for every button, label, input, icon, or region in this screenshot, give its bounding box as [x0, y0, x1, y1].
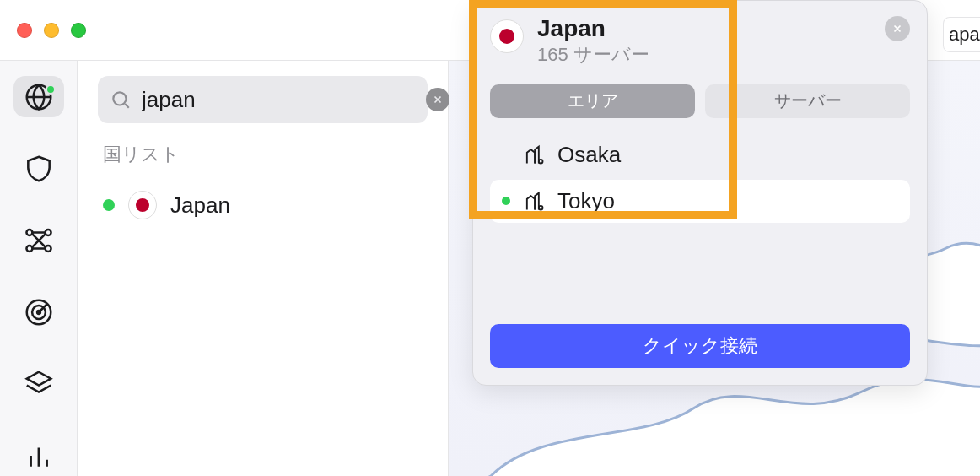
popover-header: Japan 165 サーバー: [490, 16, 910, 68]
country-list-label: 国リスト: [98, 142, 428, 167]
nav-mesh[interactable]: [13, 219, 64, 261]
area-row-tokyo[interactable]: Tokyo: [490, 180, 910, 223]
country-status-dot: [103, 199, 115, 211]
nav-radar[interactable]: [13, 291, 64, 333]
nav-layers[interactable]: [13, 363, 64, 404]
svg-point-8: [113, 92, 126, 105]
nav-shield[interactable]: [13, 148, 64, 189]
country-name-label: Japan: [170, 192, 230, 219]
close-icon: [891, 23, 903, 35]
area-status-dot: [502, 150, 510, 159]
popover-tabs: エリア サーバー: [490, 84, 910, 118]
mesh-icon: [23, 224, 55, 257]
tab-area[interactable]: エリア: [490, 84, 695, 118]
nav-sidebar: [0, 61, 78, 476]
city-icon: [522, 189, 546, 213]
popover-close-button[interactable]: [885, 16, 910, 41]
close-window-button[interactable]: [17, 23, 32, 38]
popover-title: Japan: [537, 16, 649, 42]
area-status-dot: [502, 197, 510, 205]
svg-point-9: [539, 160, 543, 164]
app-window: 国リスト Japan Japan 165 サーバー: [0, 0, 980, 476]
layers-icon: [23, 368, 55, 400]
country-row-japan[interactable]: Japan: [98, 186, 428, 224]
search-field[interactable]: [98, 76, 428, 123]
nav-stats[interactable]: [13, 435, 64, 476]
area-list: Osaka Tokyo: [490, 133, 910, 223]
popover-subtitle: 165 サーバー: [537, 42, 649, 68]
radar-icon: [23, 296, 55, 328]
quick-connect-button[interactable]: クイック接続: [490, 324, 910, 368]
flag-japan-icon: [128, 191, 157, 219]
shield-icon: [23, 153, 55, 185]
area-name-label: Tokyo: [557, 188, 615, 214]
search-icon: [110, 89, 132, 111]
secondary-search-fragment[interactable]: apa: [943, 17, 980, 52]
close-icon: [432, 94, 444, 105]
svg-point-10: [539, 206, 543, 210]
traffic-lights: [17, 23, 86, 38]
stats-icon: [23, 440, 55, 472]
zoom-window-button[interactable]: [71, 23, 86, 38]
flag-japan-icon: [490, 19, 524, 53]
area-row-osaka[interactable]: Osaka: [490, 133, 910, 176]
search-input[interactable]: [142, 87, 416, 113]
clear-search-button[interactable]: [426, 88, 450, 111]
country-list-panel: 国リスト Japan: [78, 61, 449, 476]
minimize-window-button[interactable]: [44, 23, 59, 38]
country-popover: Japan 165 サーバー エリア サーバー: [472, 0, 928, 386]
nav-globe[interactable]: [13, 76, 64, 117]
area-name-label: Osaka: [557, 142, 621, 168]
tab-server[interactable]: サーバー: [705, 84, 910, 118]
city-icon: [522, 143, 546, 166]
svg-point-7: [37, 311, 40, 314]
connection-status-dot: [46, 84, 56, 95]
